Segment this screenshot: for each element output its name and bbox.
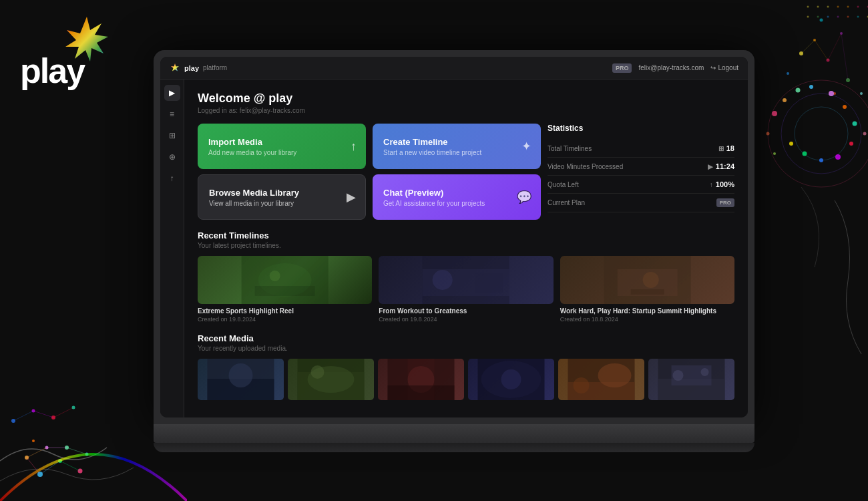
svg-point-51: [85, 453, 89, 456]
recent-timelines-subtitle: Your latest project timelines.: [198, 242, 734, 249]
play-logo-area: play: [20, 20, 84, 88]
import-media-card[interactable]: Import Media Add new media to your libra…: [198, 124, 366, 169]
logout-button[interactable]: ↪ Logout: [710, 64, 738, 71]
media-thumb-3[interactable]: [468, 359, 554, 400]
timeline-card-date-2: Created on 18.8.2024: [560, 316, 734, 323]
svg-point-60: [32, 409, 35, 413]
svg-line-55: [27, 458, 40, 474]
recent-media-section: Recent Media Your recently uploaded medi…: [198, 333, 734, 400]
svg-line-8: [801, 40, 815, 53]
media-grid: [198, 359, 734, 400]
svg-point-29: [860, 92, 863, 95]
timeline-thumb-0: [198, 256, 372, 304]
media-thumb-5[interactable]: [648, 359, 734, 400]
svg-point-62: [72, 406, 75, 409]
import-card-icon: ↑: [351, 140, 357, 154]
svg-point-34: [837, 6, 839, 8]
svg-point-2: [827, 59, 830, 62]
svg-point-61: [51, 415, 55, 420]
svg-point-52: [32, 440, 35, 442]
stats-title: Statistics: [548, 124, 734, 133]
sidebar-item-list[interactable]: ≡: [164, 106, 180, 122]
svg-point-20: [843, 105, 847, 109]
svg-point-94: [598, 363, 632, 387]
app-logo-icon: [170, 63, 180, 73]
svg-point-6: [833, 92, 836, 95]
svg-line-65: [53, 407, 73, 418]
media-thumb-2[interactable]: [378, 359, 464, 400]
browse-card-icon: ▶: [347, 190, 356, 204]
svg-point-38: [807, 16, 809, 18]
timeline-card-date-1: Created on 19.8.2024: [379, 316, 553, 323]
svg-rect-69: [255, 286, 315, 296]
stat-label-minutes: Video Minutes Processed: [548, 163, 623, 170]
svg-point-46: [58, 459, 62, 463]
chat-card[interactable]: Chat (Preview) Get AI assistance for you…: [373, 174, 541, 220]
create-timeline-card[interactable]: Create Timeline Start a new video timeli…: [373, 124, 541, 169]
header-user-email: felix@play-tracks.com: [638, 64, 704, 71]
sidebar-item-video[interactable]: ▶: [164, 85, 180, 101]
svg-rect-73: [476, 273, 503, 293]
stat-row-plan: Current Plan PRO: [548, 194, 734, 212]
media-thumb-0[interactable]: [198, 359, 284, 400]
chat-card-icon: 💬: [517, 190, 531, 204]
stat-row-quota: Quota Left ↑ 100%: [548, 176, 734, 194]
play-logo-icon: [60, 13, 114, 67]
laptop-base: [154, 424, 754, 443]
stat-row-minutes: Video Minutes Processed ▶ 11:24: [548, 158, 734, 176]
timeline-card-0[interactable]: Extreme Sports Highlight Reel Created on…: [198, 256, 372, 323]
svg-point-49: [45, 446, 49, 450]
media-thumb-4[interactable]: [558, 359, 644, 400]
timeline-grid: Extreme Sports Highlight Reel Created on…: [198, 256, 734, 323]
svg-line-58: [67, 448, 87, 454]
timeline-card-1[interactable]: From Workout to Greatness Created on 19.…: [379, 256, 553, 323]
browse-card-subtitle: View all media in your library: [209, 200, 355, 207]
svg-point-99: [673, 370, 684, 381]
import-card-subtitle: Add new media to your library: [208, 149, 355, 156]
svg-point-42: [847, 16, 849, 18]
svg-point-68: [270, 271, 280, 281]
svg-line-56: [27, 448, 47, 458]
stat-label-plan: Current Plan: [548, 199, 585, 206]
app-header: play platform PRO felix@play-tracks.com …: [160, 57, 748, 79]
timeline-card-2[interactable]: Work Hard, Play Hard: Startup Summit Hig…: [560, 256, 734, 323]
svg-point-72: [433, 270, 453, 290]
chat-card-title: Chat (Preview): [383, 188, 530, 198]
svg-line-54: [60, 461, 80, 471]
browse-library-card[interactable]: Browse Media Library View all media in y…: [198, 174, 366, 220]
recent-timelines-title: Recent Timelines: [198, 230, 734, 240]
laptop-wrapper: play platform PRO felix@play-tracks.com …: [107, 33, 801, 481]
action-cards-section: Import Media Add new media to your libra…: [198, 124, 734, 220]
svg-line-64: [33, 411, 53, 418]
stats-panel: Statistics Total Timelines ⊞ 18 Vid: [548, 124, 734, 220]
timeline-card-title-1: From Workout to Greatness: [379, 307, 553, 315]
svg-point-50: [65, 446, 69, 450]
logout-label: Logout: [718, 64, 738, 71]
media-thumb-1[interactable]: [288, 359, 374, 400]
sidebar-item-upload[interactable]: ↑: [164, 170, 180, 186]
svg-line-9: [815, 40, 828, 60]
sidebar-item-grid[interactable]: ⊞: [164, 128, 180, 144]
timeline-card-title-2: Work Hard, Play Hard: Startup Summit Hig…: [560, 307, 734, 315]
svg-point-36: [857, 6, 859, 8]
sidebar-item-manage[interactable]: ⊕: [164, 149, 180, 165]
svg-point-24: [819, 158, 823, 162]
app-header-right: PRO felix@play-tracks.com ↪ Logout: [612, 63, 738, 73]
recent-media-title: Recent Media: [198, 333, 734, 343]
stat-icon-minutes: ▶: [708, 163, 713, 170]
svg-rect-88: [388, 385, 455, 400]
svg-point-33: [827, 6, 829, 8]
timeline-card-icon: ✦: [521, 139, 531, 154]
app-body: ▶ ≡ ⊞ ⊕ ↑ Welcome @ play Logged in as: f…: [160, 79, 748, 418]
sidebar: ▶ ≡ ⊞ ⊕ ↑: [160, 79, 184, 418]
svg-point-3: [840, 32, 843, 35]
page-title: Welcome @ play: [198, 92, 734, 106]
stat-icon-timelines: ⊞: [718, 145, 724, 152]
svg-line-11: [841, 33, 848, 80]
import-card-title: Import Media: [208, 137, 355, 147]
svg-point-39: [817, 16, 819, 18]
svg-point-43: [857, 16, 859, 18]
svg-point-31: [807, 6, 809, 8]
svg-point-18: [809, 85, 813, 89]
logout-arrow-icon: ↪: [710, 64, 716, 71]
